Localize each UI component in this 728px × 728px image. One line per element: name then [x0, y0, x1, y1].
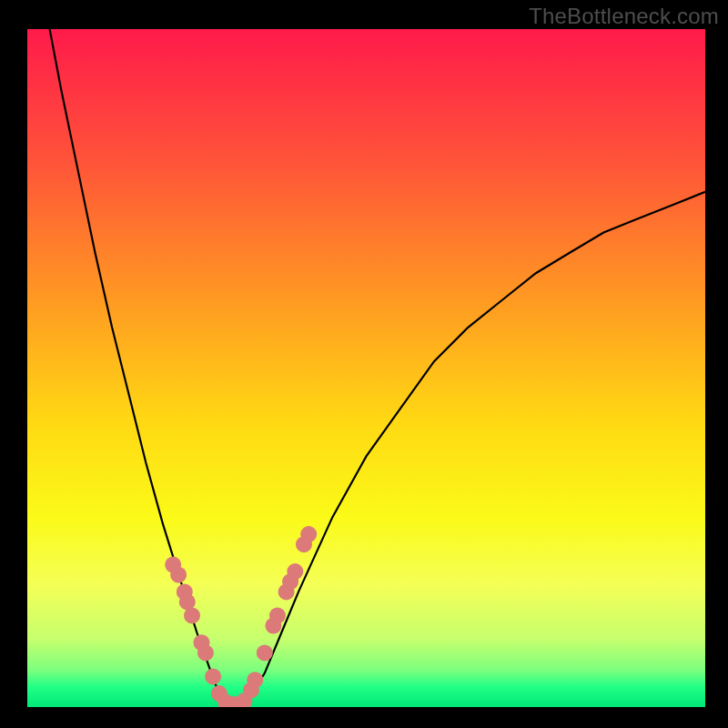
highlight-dot	[287, 563, 303, 580]
highlight-dot	[184, 607, 200, 623]
highlight-dot	[197, 644, 214, 661]
highlight-dot	[205, 669, 221, 685]
watermark-label: TheBottleneck.com	[529, 4, 719, 29]
highlight-dot	[170, 567, 187, 583]
gradient-background	[27, 29, 705, 707]
bottleneck-chart	[0, 0, 728, 728]
highlight-dot	[247, 672, 263, 688]
chart-stage: TheBottleneck.com	[0, 0, 728, 728]
highlight-dot	[269, 607, 286, 623]
highlight-dot	[257, 644, 273, 661]
highlight-dot	[300, 526, 317, 542]
